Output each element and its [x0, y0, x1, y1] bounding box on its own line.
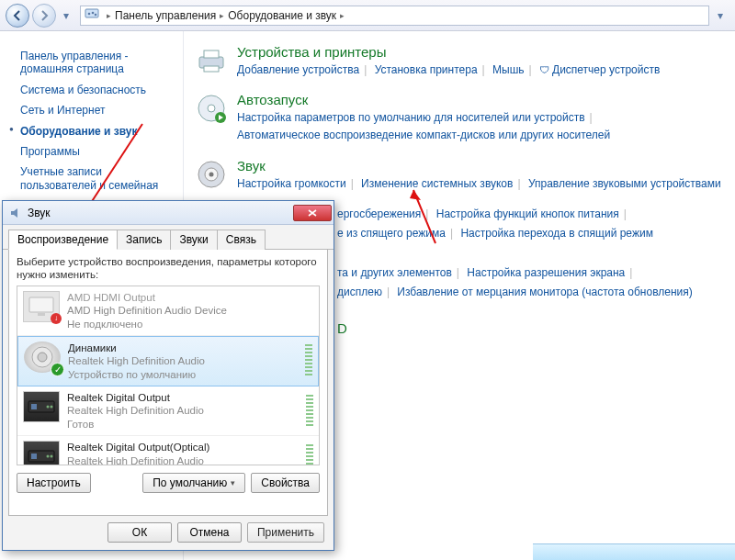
properties-button[interactable]: Свойства	[251, 473, 320, 493]
sidebar-item-hardware[interactable]: Оборудование и звук	[20, 125, 174, 138]
category-title[interactable]: Устройства и принтеры	[237, 44, 724, 60]
link-refresh-rate[interactable]: Избавление от мерцания монитора (частота…	[397, 286, 692, 298]
chevron-right-icon: ▸	[107, 11, 111, 20]
level-meter	[306, 395, 313, 428]
history-dropdown[interactable]: ▾	[59, 4, 74, 28]
forward-button[interactable]	[32, 4, 56, 28]
tab-panel: Выберите устройство воспроизведения, пар…	[8, 250, 328, 516]
titlebar[interactable]: Звук	[3, 201, 334, 225]
shield-icon: 🛡	[539, 64, 549, 75]
breadcrumb-item[interactable]: Оборудование и звук	[228, 9, 336, 22]
level-meter	[305, 344, 312, 377]
sound-icon	[195, 158, 228, 191]
device-name: AMD HDMI Output	[67, 291, 313, 304]
device-name: Realtek Digital Output	[67, 391, 295, 404]
svg-point-20	[38, 353, 47, 362]
svg-point-8	[208, 105, 215, 112]
device-desc: Realtek High Definition Audio	[68, 354, 294, 367]
level-meter	[306, 444, 313, 465]
svg-rect-18	[38, 313, 45, 316]
category-title[interactable]: Звук	[237, 158, 724, 174]
link-add-printer[interactable]: Установка принтера	[375, 63, 478, 76]
explorer-toolbar: ▾ ▸ Панель управления ▸ Оборудование и з…	[0, 0, 735, 31]
digital-device-icon	[23, 391, 60, 422]
cancel-button[interactable]: Отмена	[177, 522, 242, 543]
dialog-title: Звук	[28, 207, 51, 219]
device-status: Не подключено	[67, 318, 313, 330]
digital-device-icon	[23, 441, 60, 465]
link-mouse[interactable]: Мышь	[492, 63, 525, 76]
device-item[interactable]: ↓ AMD HDMI Output AMD High Definition Au…	[17, 286, 319, 336]
printer-icon	[195, 44, 228, 77]
ok-button[interactable]: ОК	[107, 522, 172, 543]
tab-playback[interactable]: Воспроизведение	[8, 230, 118, 250]
device-desc: Realtek High Definition Audio	[67, 404, 295, 417]
address-bar[interactable]: ▸ Панель управления ▸ Оборудование и зву…	[80, 6, 709, 26]
sidebar-item-users[interactable]: Учетные записи пользователей и семейная	[20, 165, 174, 192]
svg-point-2	[92, 12, 95, 15]
link-screen-resolution[interactable]: Настройка разрешения экрана	[467, 266, 625, 279]
taskbar-fragment	[533, 543, 735, 560]
svg-point-28	[51, 455, 53, 458]
set-default-dropdown[interactable]: По умолчанию	[142, 473, 245, 493]
tab-recording[interactable]: Запись	[117, 230, 171, 250]
breadcrumb-item[interactable]: Панель управления	[115, 9, 216, 22]
link-autoplay-defaults[interactable]: Настройка параметров по умолчанию для но…	[237, 111, 585, 124]
link-sleep-mode[interactable]: Настройка перехода в спящий режим	[460, 227, 652, 240]
link-partial[interactable]: дисплею	[337, 286, 382, 298]
speaker-icon	[8, 206, 23, 220]
autoplay-icon	[195, 92, 228, 125]
chevron-right-icon: ▸	[220, 11, 224, 20]
sidebar-item-home[interactable]: Панель управления - домашняя страница	[20, 50, 174, 76]
tab-communications[interactable]: Связь	[217, 230, 266, 250]
device-name: Динамики	[68, 342, 294, 354]
device-list[interactable]: ↓ AMD HDMI Output AMD High Definition Au…	[17, 286, 320, 465]
link-partial[interactable]: е из спящего режима	[337, 227, 446, 240]
link-partial[interactable]: та и других элементов	[337, 266, 452, 279]
svg-rect-5	[204, 50, 219, 58]
down-arrow-badge-icon: ↓	[51, 313, 62, 324]
svg-point-27	[47, 455, 50, 458]
sidebar-item-programs[interactable]: Программы	[20, 145, 174, 158]
apply-button[interactable]: Применить	[247, 522, 324, 543]
device-item[interactable]: Realtek Digital Output Realtek High Defi…	[17, 386, 319, 436]
chevron-right-icon: ▸	[340, 11, 345, 20]
svg-point-24	[51, 406, 53, 409]
control-panel-icon	[85, 6, 99, 24]
svg-rect-26	[31, 454, 37, 459]
tab-strip: Воспроизведение Запись Звуки Связь	[3, 225, 334, 250]
instruction-text: Выберите устройство воспроизведения, пар…	[17, 255, 320, 282]
check-badge-icon: ✓	[51, 363, 64, 376]
device-item[interactable]: Realtek Digital Output(Optical) Realtek …	[17, 436, 319, 465]
category-title[interactable]: Автозапуск	[237, 92, 724, 107]
back-button[interactable]	[6, 4, 29, 28]
sound-dialog: Звук Воспроизведение Запись Звуки Связь …	[2, 200, 334, 551]
link-partial[interactable]: ергосбережения	[337, 207, 421, 220]
device-item-selected[interactable]: ✓ Динамики Realtek High Definition Audio…	[17, 336, 319, 386]
tab-sounds[interactable]: Звуки	[170, 230, 217, 250]
svg-point-1	[88, 13, 91, 16]
sidebar-item-network[interactable]: Сеть и Интернет	[20, 104, 174, 117]
link-autoplay-cd[interactable]: Автоматическое воспроизведение компакт-д…	[237, 129, 610, 141]
svg-rect-6	[204, 66, 219, 72]
link-audio-devices[interactable]: Управление звуковыми устройствами	[528, 177, 721, 190]
device-status: Готов	[67, 418, 295, 431]
sidebar-item-system[interactable]: Система и безопасность	[20, 84, 174, 96]
device-desc: AMD High Definition Audio Device	[67, 304, 313, 317]
svg-point-23	[47, 406, 50, 409]
chevron-down-icon[interactable]: ▾	[713, 4, 728, 28]
link-system-sounds[interactable]: Изменение системных звуков	[361, 177, 513, 190]
link-power-buttons[interactable]: Настройка функций кнопок питания	[436, 207, 619, 220]
svg-rect-17	[29, 297, 53, 312]
link-volume[interactable]: Настройка громкости	[237, 177, 346, 190]
device-desc: Realtek High Definition Audio	[67, 454, 295, 465]
close-button[interactable]	[293, 205, 332, 221]
svg-point-12	[209, 172, 214, 176]
device-status: Устройство по умолчанию	[68, 368, 294, 381]
link-device-manager[interactable]: Диспетчер устройств	[552, 63, 660, 76]
configure-button[interactable]: Настроить	[17, 473, 91, 493]
close-icon	[308, 209, 317, 217]
link-add-device[interactable]: Добавление устройства	[237, 63, 359, 76]
category-title-partial[interactable]: D	[337, 320, 724, 336]
device-name: Realtek Digital Output(Optical)	[67, 441, 295, 454]
